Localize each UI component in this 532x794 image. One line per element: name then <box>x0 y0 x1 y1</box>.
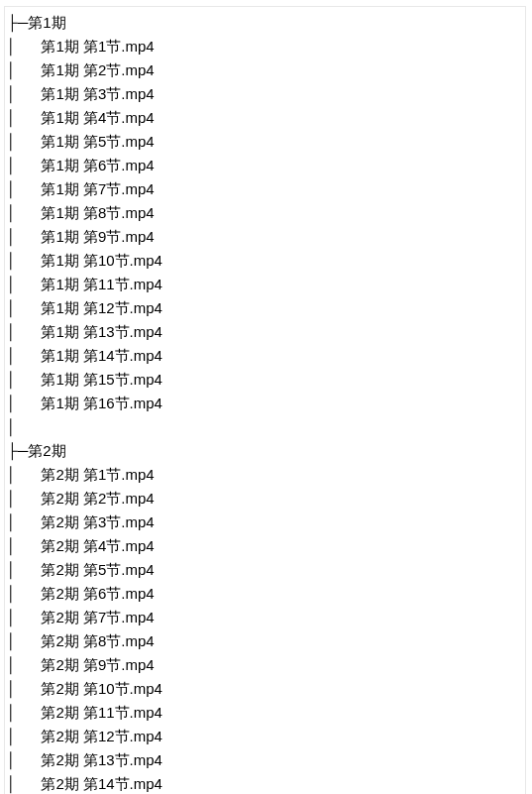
file-name: 第2期 第7节.mp4 <box>41 609 154 625</box>
file-name: 第2期 第4节.mp4 <box>41 537 154 554</box>
file-line: │ 第2期 第2节.mp4 <box>7 487 523 510</box>
tree-prefix: │ <box>7 656 41 673</box>
tree-prefix: │ <box>7 323 41 340</box>
tree-prefix: │ <box>7 299 41 316</box>
file-line: │ 第2期 第5节.mp4 <box>7 558 523 582</box>
tree-prefix: │ <box>7 561 41 578</box>
folder-line: ├─第1期 <box>7 11 523 35</box>
tree-prefix: │ <box>7 38 41 55</box>
tree-prefix: │ <box>7 585 41 602</box>
tree-spacer: │ <box>7 415 523 439</box>
tree-prefix: │ <box>7 490 41 507</box>
tree-prefix: │ <box>7 157 41 173</box>
tree-prefix: │ <box>7 133 41 150</box>
file-name: 第2期 第8节.mp4 <box>41 632 154 649</box>
file-line: │ 第2期 第8节.mp4 <box>7 629 523 653</box>
file-line: │ 第2期 第3节.mp4 <box>7 510 523 534</box>
file-name: 第1期 第7节.mp4 <box>41 180 154 197</box>
file-line: │ 第2期 第14节.mp4 <box>7 772 523 794</box>
tree-prefix: │ <box>7 775 41 792</box>
file-line: │ 第1期 第14节.mp4 <box>7 344 523 368</box>
tree-prefix: │ <box>7 109 41 126</box>
tree-prefix: │ <box>7 537 41 554</box>
tree-prefix: │ <box>7 680 41 697</box>
tree-prefix: │ <box>7 751 41 768</box>
file-name: 第2期 第9节.mp4 <box>41 656 154 673</box>
file-line: │ 第2期 第1节.mp4 <box>7 463 523 487</box>
file-line: │ 第2期 第6节.mp4 <box>7 582 523 606</box>
tree-prefix: │ <box>7 276 41 292</box>
file-line: │ 第2期 第10节.mp4 <box>7 677 523 701</box>
file-line: │ 第1期 第13节.mp4 <box>7 320 523 344</box>
file-line: │ 第2期 第12节.mp4 <box>7 725 523 748</box>
file-name: 第1期 第11节.mp4 <box>41 276 162 292</box>
tree-prefix: │ <box>7 228 41 245</box>
tree-prefix: │ <box>7 513 41 530</box>
file-line: │ 第1期 第12节.mp4 <box>7 296 523 320</box>
tree-prefix: │ <box>7 180 41 197</box>
folder-name: 第2期 <box>28 442 65 459</box>
file-name: 第1期 第13节.mp4 <box>41 323 162 340</box>
file-line: │ 第1期 第10节.mp4 <box>7 249 523 273</box>
file-name: 第2期 第1节.mp4 <box>41 466 154 483</box>
file-name: 第2期 第5节.mp4 <box>41 561 154 578</box>
tree-prefix: │ <box>7 609 41 625</box>
file-line: │ 第1期 第7节.mp4 <box>7 177 523 201</box>
file-name: 第1期 第9节.mp4 <box>41 228 154 245</box>
file-name: 第2期 第3节.mp4 <box>41 513 154 530</box>
file-line: │ 第2期 第9节.mp4 <box>7 653 523 677</box>
tree-prefix: │ <box>7 371 41 388</box>
file-name: 第2期 第6节.mp4 <box>41 585 154 602</box>
file-name: 第2期 第14节.mp4 <box>41 775 162 792</box>
file-line: │ 第1期 第5节.mp4 <box>7 130 523 154</box>
file-line: │ 第1期 第2节.mp4 <box>7 58 523 82</box>
file-name: 第1期 第14节.mp4 <box>41 347 162 364</box>
file-line: │ 第1期 第3节.mp4 <box>7 82 523 106</box>
file-name: 第1期 第8节.mp4 <box>41 204 154 221</box>
file-name: 第2期 第12节.mp4 <box>41 728 162 744</box>
tree-root: ├─第1期│ 第1期 第1节.mp4│ 第1期 第2节.mp4│ 第1期 第3节… <box>7 11 523 794</box>
file-name: 第1期 第16节.mp4 <box>41 395 162 411</box>
file-name: 第2期 第11节.mp4 <box>41 704 162 721</box>
tree-prefix: │ <box>7 632 41 649</box>
tree-prefix: │ <box>7 61 41 78</box>
file-line: │ 第1期 第4节.mp4 <box>7 106 523 130</box>
file-name: 第1期 第15节.mp4 <box>41 371 162 388</box>
file-line: │ 第1期 第16节.mp4 <box>7 392 523 415</box>
file-name: 第1期 第2节.mp4 <box>41 61 154 78</box>
tree-prefix: ├─ <box>7 442 28 459</box>
tree-prefix: │ <box>7 395 41 411</box>
file-line: │ 第2期 第11节.mp4 <box>7 701 523 725</box>
tree-prefix: │ <box>7 466 41 483</box>
file-name: 第1期 第10节.mp4 <box>41 252 162 269</box>
tree-prefix: │ <box>7 85 41 102</box>
file-line: │ 第2期 第4节.mp4 <box>7 534 523 558</box>
file-line: │ 第2期 第13节.mp4 <box>7 748 523 772</box>
file-line: │ 第1期 第15节.mp4 <box>7 368 523 392</box>
file-line: │ 第1期 第11节.mp4 <box>7 273 523 296</box>
tree-prefix: │ <box>7 347 41 364</box>
file-name: 第2期 第2节.mp4 <box>41 490 154 507</box>
folder-line: ├─第2期 <box>7 439 523 463</box>
file-name: 第1期 第12节.mp4 <box>41 299 162 316</box>
tree-prefix: │ <box>7 728 41 744</box>
file-name: 第1期 第3节.mp4 <box>41 85 154 102</box>
file-name: 第1期 第1节.mp4 <box>41 38 154 55</box>
tree-prefix: │ <box>7 252 41 269</box>
file-name: 第1期 第6节.mp4 <box>41 157 154 173</box>
file-line: │ 第1期 第8节.mp4 <box>7 201 523 225</box>
file-line: │ 第2期 第7节.mp4 <box>7 606 523 629</box>
file-line: │ 第1期 第9节.mp4 <box>7 225 523 249</box>
file-name: 第2期 第10节.mp4 <box>41 680 162 697</box>
tree-prefix: │ <box>7 204 41 221</box>
file-name: 第1期 第4节.mp4 <box>41 109 154 126</box>
file-line: │ 第1期 第1节.mp4 <box>7 35 523 58</box>
file-name: 第2期 第13节.mp4 <box>41 751 162 768</box>
file-line: │ 第1期 第6节.mp4 <box>7 154 523 177</box>
file-name: 第1期 第5节.mp4 <box>41 133 154 150</box>
tree-container: ├─第1期│ 第1期 第1节.mp4│ 第1期 第2节.mp4│ 第1期 第3节… <box>4 6 526 794</box>
tree-prefix: │ <box>7 704 41 721</box>
folder-name: 第1期 <box>28 14 65 31</box>
tree-prefix: ├─ <box>7 14 28 31</box>
